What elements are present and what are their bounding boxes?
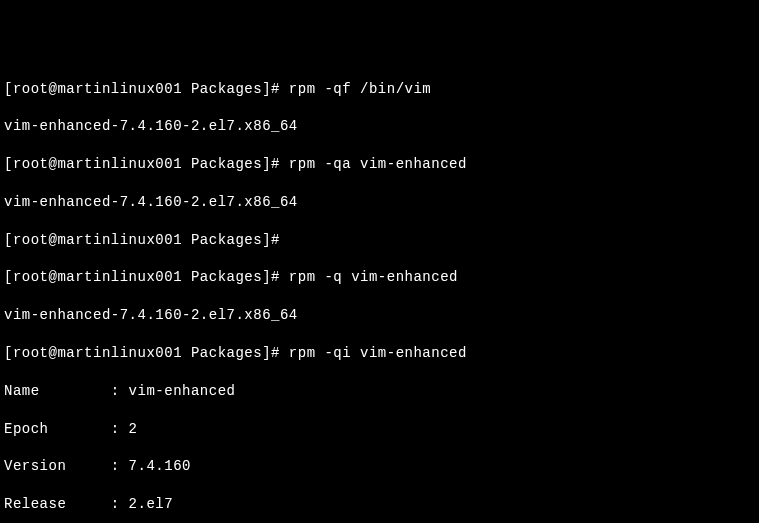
terminal-output-line: vim-enhanced-7.4.160-2.el7.x86_64: [4, 306, 755, 325]
terminal-output-line: vim-enhanced-7.4.160-2.el7.x86_64: [4, 117, 755, 136]
terminal-output-line: vim-enhanced-7.4.160-2.el7.x86_64: [4, 193, 755, 212]
terminal-prompt-line[interactable]: [root@martinlinux001 Packages]# rpm -qf …: [4, 80, 755, 99]
rpm-field-name: Name : vim-enhanced: [4, 382, 755, 401]
terminal-prompt-line[interactable]: [root@martinlinux001 Packages]# rpm -qa …: [4, 155, 755, 174]
terminal-prompt-line[interactable]: [root@martinlinux001 Packages]# rpm -qi …: [4, 344, 755, 363]
rpm-field-version: Version : 7.4.160: [4, 457, 755, 476]
terminal-prompt-line[interactable]: [root@martinlinux001 Packages]# rpm -q v…: [4, 268, 755, 287]
terminal-prompt-line[interactable]: [root@martinlinux001 Packages]#: [4, 231, 755, 250]
rpm-field-epoch: Epoch : 2: [4, 420, 755, 439]
rpm-field-release: Release : 2.el7: [4, 495, 755, 514]
